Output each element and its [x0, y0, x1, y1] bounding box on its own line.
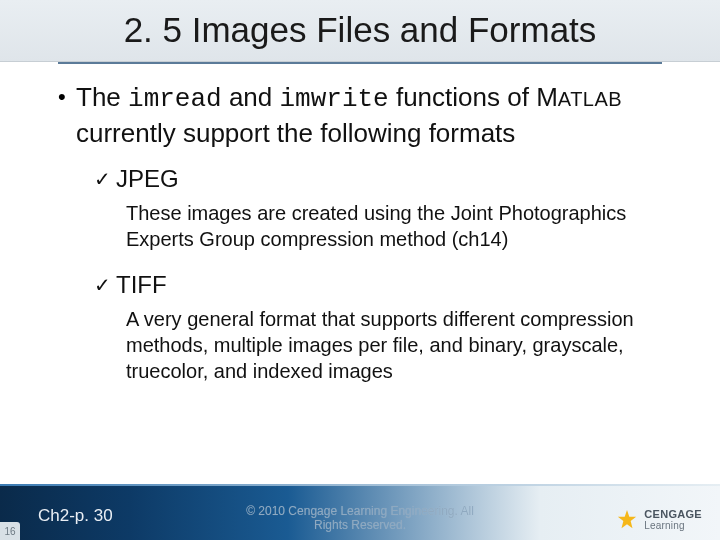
list-item-desc: These images are created using the Joint… — [126, 200, 680, 252]
list-item: ✓ JPEG — [94, 164, 680, 194]
bullet-mid1: and — [222, 82, 280, 112]
matlab-rest: ATLAB — [558, 88, 622, 110]
bullet-post: currently support the following formats — [76, 118, 515, 148]
slide-title: 2. 5 Images Files and Formats — [0, 10, 720, 50]
code-imread: imread — [128, 84, 222, 114]
bullet-pre: The — [76, 82, 128, 112]
checkmark-icon: ✓ — [94, 270, 116, 300]
list-item: ✓ TIFF — [94, 270, 680, 300]
copyright-line1: © 2010 Cengage Learning Engineering. All — [0, 504, 720, 518]
code-imwrite: imwrite — [279, 84, 388, 114]
list-item-desc: A very general format that supports diff… — [126, 306, 680, 384]
content-area: • The imread and imwrite functions of MA… — [58, 80, 680, 384]
bullet-text: The imread and imwrite functions of MATL… — [76, 80, 680, 150]
main-bullet: • The imread and imwrite functions of MA… — [58, 80, 680, 150]
logo-brand: CENGAGE — [644, 508, 702, 520]
bullet-mid2: functions of — [389, 82, 536, 112]
footer-copyright: © 2010 Cengage Learning Engineering. All… — [0, 504, 720, 532]
logo-text: CENGAGE Learning — [644, 508, 702, 532]
cengage-logo: CENGAGE Learning — [616, 508, 702, 532]
checkmark-icon: ✓ — [94, 164, 116, 194]
bullet-dot: • — [58, 80, 76, 114]
slide: 2. 5 Images Files and Formats • The imre… — [0, 0, 720, 540]
footer: 16 Ch2-p. 30 © 2010 Cengage Learning Eng… — [0, 484, 720, 540]
list-item-label: JPEG — [116, 164, 179, 194]
star-icon — [616, 509, 638, 531]
copyright-line2: Rights Reserved. — [0, 518, 720, 532]
svg-marker-0 — [618, 510, 636, 528]
logo-subbrand: Learning — [644, 520, 702, 532]
title-underline — [58, 62, 662, 64]
list-item-label: TIFF — [116, 270, 167, 300]
matlab-letter-m: M — [536, 82, 558, 112]
